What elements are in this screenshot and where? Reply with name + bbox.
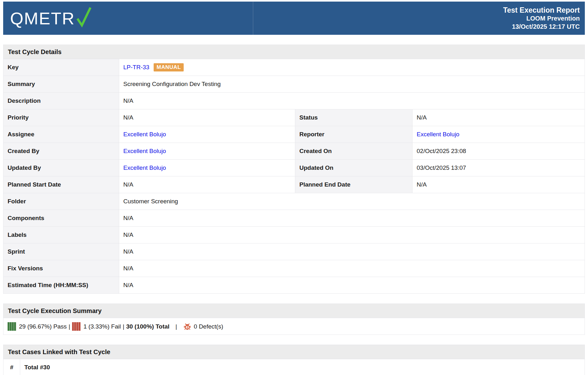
summary-row: 29 (96.67%) Pass|1 (3.33%) Fail|30 (100%… — [3, 318, 585, 335]
detail-label: Folder — [3, 193, 119, 210]
detail-row: SprintN/A — [3, 243, 585, 260]
detail-value: Excellent Bolujo — [413, 126, 585, 143]
detail-row: DescriptionN/A — [3, 93, 585, 109]
logo-check-y-icon — [76, 6, 92, 28]
detail-row: Estimated Time (HH:MM:SS)N/A — [3, 277, 585, 294]
pass-stat: 29 (96.67%) Pass — [19, 323, 67, 330]
total-stat: 30 (100%) Total — [126, 323, 169, 330]
detail-value: N/A — [413, 176, 585, 193]
detail-label: Reporter — [295, 126, 413, 143]
detail-value: N/A — [119, 210, 585, 227]
test-cases-table: Test Cases Linked with Test Cycle # Tota… — [3, 345, 585, 375]
manual-badge: MANUAL — [154, 63, 184, 71]
detail-row: AssigneeExcellent BolujoReporterExcellen… — [3, 126, 585, 143]
fail-swatch-icon — [72, 322, 81, 331]
detail-row: KeyLP-TR-33MANUAL — [3, 59, 585, 76]
detail-value: LP-TR-33MANUAL — [119, 59, 585, 76]
header-title-cell: Test Execution Report LOOM Prevention 13… — [253, 2, 585, 35]
detail-label: Assignee — [3, 126, 119, 143]
detail-label: Estimated Time (HH:MM:SS) — [3, 277, 119, 294]
details-section-title: Test Cycle Details — [3, 45, 585, 59]
separator: | — [69, 323, 70, 330]
report-header: QMETR Test Execution Report LOOM Prevent… — [3, 2, 585, 35]
defects-stat: 0 Defect(s) — [194, 323, 223, 330]
detail-label: Created On — [295, 143, 413, 160]
section-header-row: Test Cases Linked with Test Cycle — [3, 345, 585, 359]
detail-value: Excellent Bolujo — [119, 126, 295, 143]
test-cases-header-row: # Total #30 — [3, 359, 585, 375]
detail-row: LabelsN/A — [3, 227, 585, 243]
detail-label: Description — [3, 93, 119, 109]
detail-row: Planned Start DateN/APlanned End DateN/A — [3, 176, 585, 193]
detail-value: N/A — [119, 109, 295, 126]
detail-row: Updated ByExcellent BolujoUpdated On03/O… — [3, 160, 585, 176]
detail-value: N/A — [119, 93, 585, 109]
summary-stats-cell: 29 (96.67%) Pass|1 (3.33%) Fail|30 (100%… — [3, 318, 585, 335]
detail-label: Sprint — [3, 243, 119, 260]
detail-value: N/A — [119, 227, 585, 243]
hash-column-header: # — [3, 359, 20, 375]
pass-swatch-icon — [8, 322, 16, 331]
fail-stat: 1 (3.33%) Fail — [83, 323, 121, 330]
detail-label: Components — [3, 210, 119, 227]
detail-row: Fix VersionsN/A — [3, 260, 585, 277]
separator: | — [123, 323, 124, 330]
user-link[interactable]: Excellent Bolujo — [123, 164, 166, 171]
qmetry-logo: QMETR — [10, 9, 92, 28]
separator: | — [175, 323, 177, 330]
detail-value: Excellent Bolujo — [119, 160, 295, 176]
detail-value: Customer Screening — [119, 193, 585, 210]
detail-label: Created By — [3, 143, 119, 160]
test-cycle-details-table: Test Cycle Details KeyLP-TR-33MANUALSumm… — [3, 45, 585, 294]
logo-text: QMETR — [10, 10, 75, 27]
execution-summary-table: Test Cycle Execution Summary 29 (96.67%)… — [3, 304, 585, 335]
detail-row: PriorityN/AStatusN/A — [3, 109, 585, 126]
summary-section-title: Test Cycle Execution Summary — [3, 304, 585, 318]
detail-label: Planned Start Date — [3, 176, 119, 193]
detail-label: Key — [3, 59, 119, 76]
detail-value: N/A — [413, 109, 585, 126]
detail-label: Updated By — [3, 160, 119, 176]
header-logo-cell: QMETR — [3, 2, 253, 35]
detail-value: 02/Oct/2025 23:08 — [413, 143, 585, 160]
detail-value: Screening Configuration Dev Testing — [119, 76, 585, 93]
detail-value: N/A — [119, 277, 585, 294]
test-cases-section-title: Test Cases Linked with Test Cycle — [3, 345, 585, 359]
detail-value: 03/Oct/2025 13:07 — [413, 160, 585, 176]
detail-row: SummaryScreening Configuration Dev Testi… — [3, 76, 585, 93]
user-link[interactable]: Excellent Bolujo — [123, 148, 166, 154]
detail-label: Summary — [3, 76, 119, 93]
key-link[interactable]: LP-TR-33 — [123, 64, 149, 71]
defect-bug-icon — [183, 322, 192, 331]
detail-value: Excellent Bolujo — [119, 143, 295, 160]
detail-value: N/A — [119, 243, 585, 260]
user-link[interactable]: Excellent Bolujo — [417, 131, 459, 138]
detail-label: Labels — [3, 227, 119, 243]
user-link[interactable]: Excellent Bolujo — [123, 131, 166, 138]
report-timestamp: 13/Oct/2025 12:17 UTC — [512, 22, 580, 31]
detail-row: FolderCustomer Screening — [3, 193, 585, 210]
report-title: Test Execution Report — [503, 6, 580, 14]
total-column-header: Total #30 — [20, 359, 585, 375]
detail-label: Priority — [3, 109, 119, 126]
report-project: LOOM Prevention — [526, 14, 580, 22]
detail-value: N/A — [119, 260, 585, 277]
detail-label: Status — [295, 109, 413, 126]
section-header-row: Test Cycle Execution Summary — [3, 304, 585, 318]
report-page: QMETR Test Execution Report LOOM Prevent… — [0, 0, 588, 375]
detail-label: Planned End Date — [295, 176, 413, 193]
detail-row: ComponentsN/A — [3, 210, 585, 227]
detail-label: Fix Versions — [3, 260, 119, 277]
detail-label: Updated On — [295, 160, 413, 176]
detail-row: Created ByExcellent BolujoCreated On02/O… — [3, 143, 585, 160]
section-header-row: Test Cycle Details — [3, 45, 585, 59]
detail-value: N/A — [119, 176, 295, 193]
